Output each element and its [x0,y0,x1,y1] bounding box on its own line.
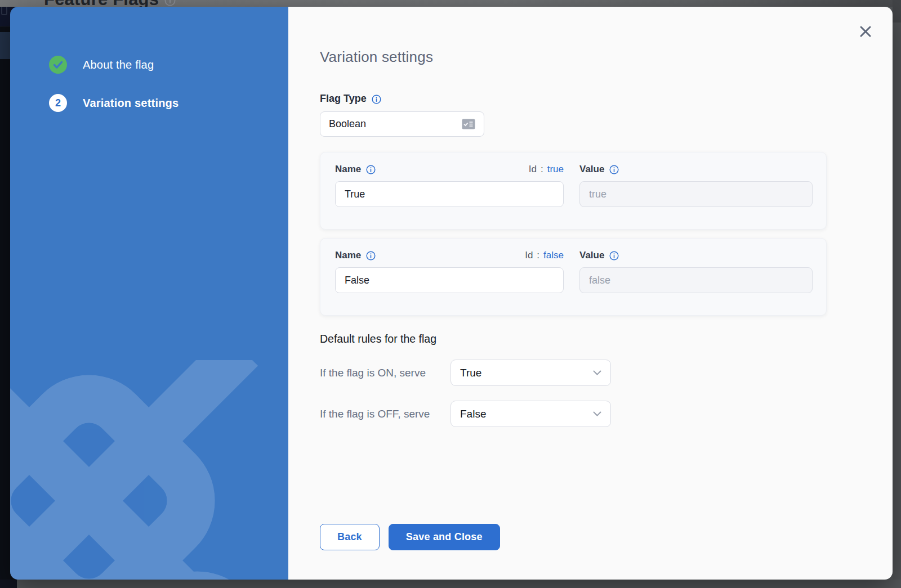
rule-row-off: If the flag is OFF, serve False [320,401,893,427]
background-page-title: Feature Flags [44,0,159,7]
variation-card-false: Name Id : false Value [320,238,827,316]
rule-on-label: If the flag is ON, serve [320,367,450,379]
name-label: Name [335,164,361,175]
rule-row-on: If the flag is ON, serve True [320,360,893,386]
step-label: About the flag [83,59,154,71]
name-label: Name [335,250,361,261]
rule-off-label: If the flag is OFF, serve [320,408,450,420]
info-icon[interactable] [609,251,619,261]
close-button[interactable] [857,23,875,41]
info-icon[interactable] [372,95,381,104]
wizard-sidebar: About the flag 2 Variation settings [10,7,288,580]
variation-id: Id : false [525,250,564,261]
boolean-type-icon [462,119,475,129]
value-label: Value [579,250,604,261]
info-icon[interactable] [366,251,376,261]
step-complete-check-icon [49,56,67,74]
flag-type-select[interactable]: Boolean [320,111,484,137]
info-icon [164,0,176,6]
step-variation-settings[interactable]: 2 Variation settings [49,94,288,112]
chevron-down-icon [593,370,601,375]
serve-when-off-select[interactable]: False [450,401,611,427]
variation-id: Id : true [529,164,564,175]
background-bottom-nav-notch [0,580,17,588]
variation-name-input[interactable] [335,267,564,293]
step-2-badge-icon: 2 [49,94,67,112]
default-rules-title: Default rules for the flag [320,333,893,345]
flag-type-label: Flag Type [320,93,367,105]
info-icon[interactable] [366,165,376,174]
info-icon[interactable] [609,165,619,174]
variation-id-value: false [543,250,564,261]
background-page-header: Feature Flags [0,0,901,7]
variation-card-true: Name Id : true Value [320,152,827,230]
variation-value-input[interactable] [579,267,813,293]
background-right-edge [893,0,901,588]
serve-when-on-value: True [460,367,593,379]
serve-when-off-value: False [460,408,593,420]
back-button[interactable]: Back [320,524,380,550]
variation-name-input[interactable] [335,181,564,207]
variation-value-input[interactable] [579,181,813,207]
flag-type-value: Boolean [329,118,462,130]
save-and-close-button[interactable]: Save and Close [389,524,500,550]
step-label: Variation settings [83,97,179,110]
variation-settings-panel: Variation settings Flag Type Boolean Nam… [288,7,893,580]
panel-title: Variation settings [320,48,893,66]
close-icon [859,25,872,38]
value-label: Value [579,164,604,175]
variation-id-value: true [547,164,564,175]
brand-watermark-icon [10,360,288,580]
serve-when-on-select[interactable]: True [450,360,611,386]
flag-wizard-modal: About the flag 2 Variation settings Vari… [10,7,893,580]
background-bottom-edge [0,580,901,588]
chevron-down-icon [593,411,601,416]
step-about-the-flag[interactable]: About the flag [49,56,288,74]
background-right-edge-top [893,0,901,23]
